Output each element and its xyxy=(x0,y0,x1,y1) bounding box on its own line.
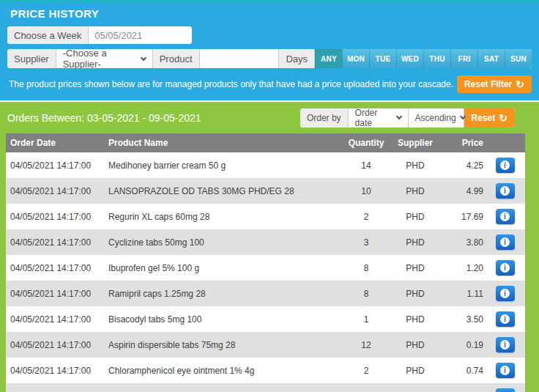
supplier-cell: PHD xyxy=(390,186,441,196)
info-icon: i xyxy=(500,212,510,221)
reset-order-label: Reset xyxy=(472,113,496,123)
price-cell: 1.20 xyxy=(441,263,485,273)
day-button-sun[interactable]: SUN xyxy=(505,49,532,68)
day-button-fri[interactable]: FRI xyxy=(450,49,477,68)
product-name-cell: Ramipril caps 1.25mg 28 xyxy=(108,289,343,299)
orders-table: Order Date Product Name Quantity Supplie… xyxy=(6,133,525,392)
quantity-cell: 2 xyxy=(343,366,390,376)
table-row: 04/05/2021 14:17:00 Ibuprofen gel 5% 100… xyxy=(6,255,525,281)
product-name-cell: Cyclizine tabs 50mg 100 xyxy=(108,237,343,248)
info-row: The product prices shown below are for m… xyxy=(7,75,532,93)
orders-bar: Orders Between: 03-05-2021 - 09-05-2021 … xyxy=(0,102,539,133)
info-button[interactable]: i xyxy=(496,260,515,275)
quantity-cell: 14 xyxy=(343,160,390,171)
reset-filter-button[interactable]: Reset Filter ↻ xyxy=(457,75,532,93)
price-cell: 4.25 xyxy=(441,160,485,171)
info-icon: i xyxy=(500,237,510,247)
day-button-wed[interactable]: WED xyxy=(396,49,423,68)
day-button-sat[interactable]: SAT xyxy=(477,49,505,68)
order-date-cell: 04/05/2021 14:17:00 xyxy=(6,289,108,299)
days-label: Days xyxy=(278,49,315,68)
table-row: 04/05/2021 14:17:00 Chloramphenicol eye … xyxy=(6,358,525,383)
table-row: 04/05/2021 14:17:00 Regurin XL caps 60mg… xyxy=(6,204,525,229)
order-by-group: Order by Order date Ascending Reset ↻ xyxy=(300,108,515,127)
orders-section: Orders Between: 03-05-2021 - 09-05-2021 … xyxy=(0,100,539,392)
price-cell: 17.69 xyxy=(441,212,485,222)
info-icon: i xyxy=(500,160,510,170)
order-by-label: Order by xyxy=(300,108,349,127)
table-row-partial xyxy=(6,383,525,392)
info-icon: i xyxy=(500,366,510,375)
supplier-select[interactable]: -Choose a Supplier- xyxy=(56,49,153,68)
price-history-header: PRICE HISTORY Choose a Week Supplier -Ch… xyxy=(0,0,539,100)
refresh-icon: ↻ xyxy=(499,113,508,123)
order-date-cell: 04/05/2021 14:17:00 xyxy=(6,160,108,171)
quantity-cell: 3 xyxy=(343,237,390,248)
table-header-row: Order Date Product Name Quantity Supplie… xyxy=(6,133,525,152)
info-button[interactable]: i xyxy=(496,234,515,250)
info-button[interactable]: i xyxy=(496,337,515,352)
supplier-cell: PHD xyxy=(390,340,441,350)
order-by-field-value: Order date xyxy=(355,108,393,127)
order-direction-select[interactable]: Ascending xyxy=(409,108,464,127)
order-date-cell: 04/05/2021 14:17:00 xyxy=(6,366,108,376)
column-header-order-date: Order Date xyxy=(6,138,108,148)
table-body: 04/05/2021 14:17:00 Medihoney barrier cr… xyxy=(6,152,525,392)
orders-between-title: Orders Between: 03-05-2021 - 09-05-2021 xyxy=(7,112,201,124)
reset-order-button[interactable]: Reset ↻ xyxy=(464,108,515,127)
info-button[interactable]: i xyxy=(496,311,515,327)
info-button[interactable]: i xyxy=(496,158,515,173)
product-input[interactable] xyxy=(200,49,279,68)
info-button[interactable]: i xyxy=(496,183,515,199)
table-row: 04/05/2021 14:17:00 Cyclizine tabs 50mg … xyxy=(6,229,525,255)
supplier-cell: PHD xyxy=(390,314,441,325)
table-row: 04/05/2021 14:17:00 LANSOPRAZOLE OD TABS… xyxy=(6,178,525,204)
day-button-mon[interactable]: MON xyxy=(342,49,369,68)
chevron-down-icon xyxy=(140,54,146,60)
supplier-cell: PHD xyxy=(390,263,441,273)
order-by-field-select[interactable]: Order date xyxy=(349,108,409,127)
order-date-cell: 04/05/2021 14:17:00 xyxy=(6,212,108,222)
quantity-cell: 10 xyxy=(343,186,390,196)
table-row: 04/05/2021 14:17:00 Aspirin dispersible … xyxy=(6,332,525,358)
product-name-cell: Regurin XL caps 60mg 28 xyxy=(108,212,343,222)
product-name-cell: Chloramphenicol eye ointment 1% 4g xyxy=(108,366,343,376)
supplier-cell: PHD xyxy=(390,366,441,376)
column-header-product-name: Product Name xyxy=(108,138,343,148)
product-label: Product xyxy=(153,49,200,68)
supplier-cell: PHD xyxy=(390,160,441,171)
week-picker-group: Choose a Week xyxy=(7,26,192,44)
info-button[interactable]: i xyxy=(496,286,515,301)
info-button[interactable]: i xyxy=(496,209,515,224)
filter-bar: Supplier -Choose a Supplier- Product Day… xyxy=(7,49,532,68)
product-name-cell: Aspirin dispersible tabs 75mg 28 xyxy=(108,340,343,350)
quantity-cell: 1 xyxy=(343,314,390,325)
table-row: 04/05/2021 14:17:00 Ramipril caps 1.25mg… xyxy=(6,281,525,306)
day-button-thu[interactable]: THU xyxy=(423,49,450,68)
chevron-down-icon xyxy=(395,114,401,119)
reset-filter-label: Reset Filter xyxy=(464,79,512,89)
info-button[interactable] xyxy=(496,388,515,392)
supplier-selected-value: -Choose a Supplier- xyxy=(63,49,137,68)
product-name-cell: Medihoney barrier cream 50 g xyxy=(108,160,343,171)
info-button[interactable]: i xyxy=(496,363,515,378)
day-button-any[interactable]: ANY xyxy=(315,49,342,68)
column-header-quantity: Quantity xyxy=(343,138,390,148)
info-icon: i xyxy=(500,289,510,298)
table-row: 04/05/2021 14:17:00 Bisacodyl tabs 5mg 1… xyxy=(6,306,525,332)
order-date-cell: 04/05/2021 14:17:00 xyxy=(6,263,108,273)
column-header-price: Price xyxy=(441,138,485,148)
price-cell: 4.99 xyxy=(441,186,485,196)
product-name-cell: Bisacodyl tabs 5mg 100 xyxy=(108,314,343,325)
column-header-supplier: Supplier xyxy=(390,138,441,148)
day-button-tue[interactable]: TUE xyxy=(369,49,396,68)
supplier-label: Supplier xyxy=(7,49,56,68)
week-input[interactable] xyxy=(89,26,192,44)
info-icon: i xyxy=(500,186,510,196)
quantity-cell: 2 xyxy=(343,212,390,222)
week-label: Choose a Week xyxy=(7,26,89,44)
supplier-cell: PHD xyxy=(390,212,441,222)
refresh-icon: ↻ xyxy=(516,79,524,89)
supplier-cell: PHD xyxy=(390,289,441,299)
info-icon: i xyxy=(500,340,510,350)
